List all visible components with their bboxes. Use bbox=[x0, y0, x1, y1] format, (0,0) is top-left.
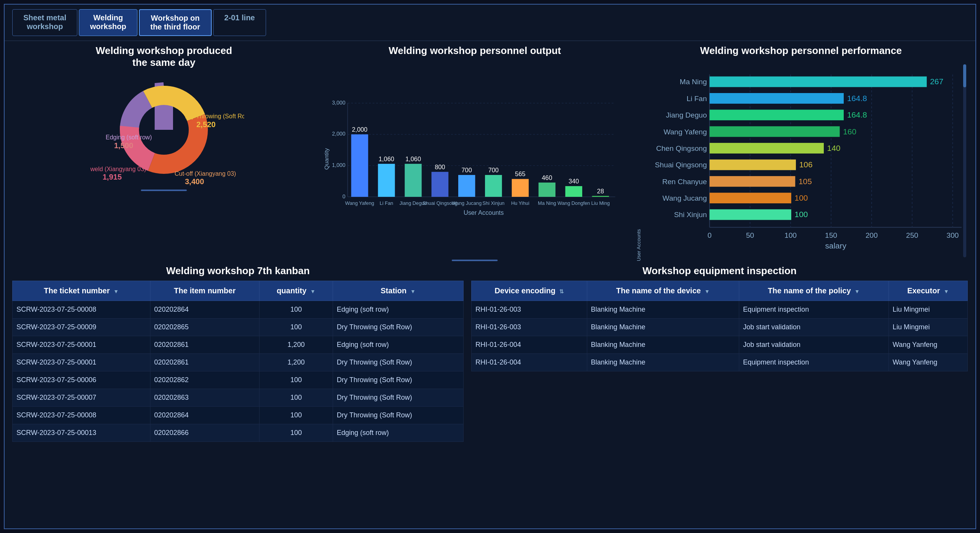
bar-name-li-fan: Li Fan bbox=[380, 200, 394, 206]
inspection-col-device-enc: Device encoding ⇅ bbox=[472, 281, 587, 301]
inspection-header-row: Device encoding ⇅ The name of the device… bbox=[472, 281, 968, 301]
bar-name-shi: Shi Xinjun bbox=[483, 200, 505, 206]
sort-icon-qty[interactable]: ▼ bbox=[310, 288, 315, 294]
hbar-ma-ning bbox=[709, 77, 926, 87]
tab-welding[interactable]: Weldingworkshop bbox=[79, 9, 137, 36]
kanban-row: SCRW-2023-07-25-00006 020202862 100 Dry … bbox=[13, 371, 464, 389]
inspection-col-device-name: The name of the device ▼ bbox=[587, 281, 739, 301]
hbar-scrollbar-thumb[interactable] bbox=[963, 64, 966, 87]
kanban-cell-qty: 100 bbox=[260, 319, 333, 336]
donut-label-dry: Dry Throwing (Soft Row) bbox=[185, 113, 244, 119]
bar-name-wang-dongfen: Wang Dongfen bbox=[558, 200, 590, 206]
hbar-label-li-fan: Li Fan bbox=[686, 95, 707, 103]
kanban-cell-qty: 100 bbox=[260, 389, 333, 407]
inspection-cell-device-enc: RHI-01-26-004 bbox=[472, 336, 587, 354]
sort-icon-station[interactable]: ▼ bbox=[410, 288, 416, 294]
bar-wang-dongfen bbox=[565, 186, 582, 197]
inspection-cell-executor: Liu Mingmei bbox=[889, 301, 967, 319]
hbar-scrollbar[interactable] bbox=[963, 64, 966, 257]
hbar-label-wang-yafeng: Wang Yafeng bbox=[663, 128, 707, 136]
bar-val-shuai: 800 bbox=[435, 163, 445, 170]
bar-li-fan bbox=[378, 164, 395, 197]
bar-x-label: User Accounts bbox=[464, 209, 504, 216]
hbar-xtick-50: 50 bbox=[746, 231, 754, 239]
inspection-row: RHI-01-26-004 Blanking Machine Job start… bbox=[472, 336, 968, 354]
hbar-chen bbox=[709, 143, 823, 154]
kanban-cell-qty: 1,200 bbox=[260, 336, 333, 354]
donut-value-edging: 1,500 bbox=[114, 141, 133, 150]
bar-y-label: Quantity bbox=[323, 148, 330, 170]
hbar-jiang bbox=[709, 110, 843, 120]
kanban-cell-station: Dry Throwing (Soft Row) bbox=[333, 389, 463, 407]
hbar-xtick-0: 0 bbox=[707, 231, 712, 239]
hbar-val-wang-yafeng: 160 bbox=[843, 127, 856, 136]
kanban-cell-item: 020202863 bbox=[150, 389, 260, 407]
kanban-col-qty: quantity ▼ bbox=[260, 281, 333, 301]
inspection-cell-policy: Equipment inspection bbox=[739, 354, 889, 371]
inspection-row: RHI-01-26-003 Blanking Machine Equipment… bbox=[472, 301, 968, 319]
hbar-label-shuai: Shuai Qingsong bbox=[655, 161, 707, 169]
bar-scroll-hint bbox=[452, 260, 498, 261]
donut-value-dry: 2,520 bbox=[196, 120, 216, 129]
kanban-tbody: SCRW-2023-07-25-00008 020202864 100 Edgi… bbox=[13, 301, 464, 442]
kanban-row: SCRW-2023-07-25-00001 020202861 1,200 Dr… bbox=[13, 354, 464, 371]
bar-shuai bbox=[431, 172, 448, 197]
bar-val-shi: 700 bbox=[488, 167, 499, 173]
kanban-cell-ticket: SCRW-2023-07-25-00001 bbox=[13, 336, 150, 354]
donut-label-weld: weld (Xiangyang 03) bbox=[90, 166, 146, 172]
sort-icon-ticket[interactable]: ▼ bbox=[113, 288, 119, 294]
hbar-xtick-100: 100 bbox=[784, 231, 797, 239]
kanban-cell-qty: 100 bbox=[260, 407, 333, 424]
bar-chart-section: Welding workshop personnel output Quanti… bbox=[323, 45, 626, 261]
hbar-xtick-300: 300 bbox=[946, 231, 959, 239]
kanban-header-row: The ticket number ▼ The item number quan… bbox=[13, 281, 464, 301]
hbar-xtick-200: 200 bbox=[865, 231, 877, 239]
hbar-label-ren: Ren Chanyue bbox=[662, 178, 707, 186]
bar-chart-title: Welding workshop personnel output bbox=[389, 45, 561, 57]
kanban-row: SCRW-2023-07-25-00009 020202865 100 Dry … bbox=[13, 319, 464, 336]
hbar-shuai bbox=[709, 160, 796, 170]
kanban-cell-item: 020202866 bbox=[150, 424, 260, 442]
kanban-row: SCRW-2023-07-25-00001 020202861 1,200 Ed… bbox=[13, 336, 464, 354]
bar-liu-ming bbox=[592, 196, 609, 197]
tab-sheet-metal[interactable]: Sheet metalworkshop bbox=[12, 9, 77, 36]
bar-val-li-fan: 1,060 bbox=[379, 155, 394, 162]
bar-shi bbox=[485, 175, 502, 197]
tab-bar: Sheet metalworkshop Weldingworkshop Work… bbox=[5, 5, 975, 41]
kanban-cell-item: 020202864 bbox=[150, 301, 260, 319]
bottom-tables-row: Welding workshop 7th kanban The ticket n… bbox=[12, 265, 968, 525]
hbar-val-ren: 105 bbox=[799, 177, 812, 186]
sort-icon-policy[interactable]: ▼ bbox=[854, 288, 860, 294]
kanban-title: Welding workshop 7th kanban bbox=[12, 265, 464, 277]
inspection-col-policy: The name of the policy ▼ bbox=[739, 281, 889, 301]
hbar-xtick-250: 250 bbox=[906, 231, 918, 239]
inspection-cell-device-name: Blanking Machine bbox=[587, 301, 739, 319]
hbar-label-wang-jucang: Wang Jucang bbox=[662, 194, 707, 202]
kanban-cell-station: Edging (soft row) bbox=[333, 424, 463, 442]
hbar-val-shuai: 106 bbox=[799, 160, 812, 169]
sort-icon-device-enc[interactable]: ⇅ bbox=[559, 288, 564, 294]
bar-ma-ning bbox=[539, 183, 555, 197]
donut-svg: Edging (soft row) 1,500 Dry Throwing (So… bbox=[83, 72, 244, 187]
bar-name-liu-ming: Liu Ming bbox=[591, 200, 610, 206]
hbar-shi bbox=[709, 209, 791, 220]
donut-label-edging: Edging (soft row) bbox=[106, 134, 152, 141]
hbar-chart-section: Welding workshop personnel performance U… bbox=[634, 45, 968, 261]
inspection-section: Workshop equipment inspection Device enc… bbox=[471, 265, 968, 525]
inspection-title: Workshop equipment inspection bbox=[471, 265, 968, 277]
tab-third-floor[interactable]: Workshop onthe third floor bbox=[139, 9, 212, 36]
sort-icon-device-name[interactable]: ▼ bbox=[704, 288, 710, 294]
bar-val-wang-jucang: 700 bbox=[462, 167, 472, 173]
kanban-cell-ticket: SCRW-2023-07-25-00008 bbox=[13, 407, 150, 424]
donut-scroll-hint bbox=[141, 190, 187, 191]
inspection-col-executor: Executor ▼ bbox=[889, 281, 967, 301]
sort-icon-executor[interactable]: ▼ bbox=[944, 288, 949, 294]
inspection-cell-device-name: Blanking Machine bbox=[587, 336, 739, 354]
inspection-cell-policy: Equipment inspection bbox=[739, 301, 889, 319]
kanban-cell-station: Dry Throwing (Soft Row) bbox=[333, 371, 463, 389]
bar-jiang bbox=[405, 164, 421, 197]
tab-line[interactable]: 2-01 line bbox=[213, 9, 266, 36]
inspection-row: RHI-01-26-004 Blanking Machine Equipment… bbox=[472, 354, 968, 371]
hbar-val-jiang: 164.8 bbox=[847, 110, 867, 119]
kanban-cell-station: Edging (soft row) bbox=[333, 301, 463, 319]
